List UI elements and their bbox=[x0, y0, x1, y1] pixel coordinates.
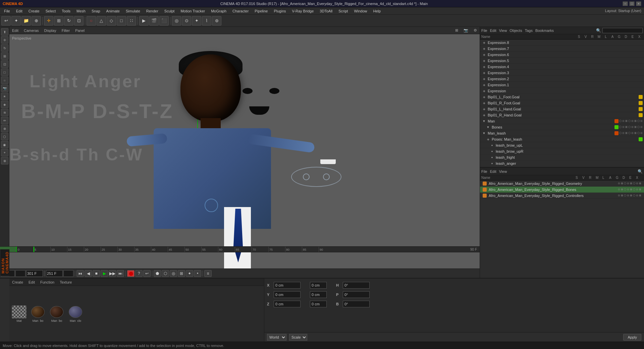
object-list-item[interactable]: ▼Bones⬡⊙⊞⬡⊙⊞⬡⊙ bbox=[480, 124, 644, 130]
object-list-item[interactable]: ◈Expression.2 bbox=[480, 76, 644, 82]
deform-btn[interactable]: ✦ bbox=[192, 16, 201, 26]
sidebar-select[interactable]: ⊕ bbox=[1, 125, 8, 132]
mat-view-menu[interactable]: View bbox=[499, 169, 507, 173]
record-settings-button[interactable]: ? bbox=[135, 270, 143, 277]
menu-item-animate[interactable]: Animate bbox=[104, 8, 122, 14]
material-thumb-1[interactable]: Man_bo bbox=[30, 305, 46, 322]
object-vis-icon[interactable]: ⬡ bbox=[637, 132, 640, 135]
object-list-item[interactable]: ◈Expression.6 bbox=[480, 52, 644, 58]
apply-button[interactable]: Apply bbox=[623, 334, 641, 341]
object-list-item[interactable]: ◈Expression.1 bbox=[480, 82, 644, 88]
sidebar-bones[interactable]: ⬡ bbox=[1, 133, 8, 140]
objects-bookmarks-menu[interactable]: Bookmarks bbox=[535, 29, 554, 33]
viewport-settings-icon[interactable]: ⚙ bbox=[472, 28, 478, 33]
object-list-item[interactable]: ◈Expression bbox=[480, 88, 644, 94]
object-vis-icon[interactable]: ⊙ bbox=[622, 119, 625, 122]
y-suffix-input[interactable] bbox=[310, 291, 327, 298]
viewport-cameras-menu[interactable]: Cameras bbox=[22, 28, 40, 33]
sidebar-paint[interactable]: ✏ bbox=[1, 117, 8, 124]
object-vis-icon[interactable]: ⊞ bbox=[625, 132, 628, 135]
material-thumb-3[interactable]: Man_clo bbox=[67, 305, 84, 322]
object-vis-icon[interactable]: ⬡ bbox=[628, 126, 631, 129]
sidebar-light[interactable]: ☀ bbox=[1, 93, 8, 100]
menu-item-mesh[interactable]: Mesh bbox=[74, 8, 88, 14]
total-frames-input[interactable] bbox=[46, 270, 63, 277]
param-keyframe-button[interactable]: ✦ bbox=[186, 270, 193, 277]
object-list-item[interactable]: ◈Expression.8 bbox=[480, 40, 644, 46]
motion-path-button[interactable]: ≡ bbox=[204, 270, 212, 277]
objects-edit-menu[interactable]: Edit bbox=[490, 29, 496, 33]
object-vis-icon[interactable]: ⊙ bbox=[631, 132, 634, 135]
mat-edit-menu2[interactable]: Edit bbox=[27, 280, 36, 285]
material-list-item[interactable]: Afro_American_Man_Everyday_Style_Rigged_… bbox=[480, 181, 644, 187]
menu-item-pipeline[interactable]: Pipeline bbox=[252, 8, 270, 14]
menu-item-select[interactable]: Select bbox=[43, 8, 59, 14]
loop-button[interactable]: ↩ bbox=[143, 270, 151, 277]
viewport-display-menu[interactable]: Display bbox=[43, 28, 58, 33]
object-vis-icon[interactable]: ⬡ bbox=[628, 119, 631, 122]
current-frame-sub-input[interactable] bbox=[15, 270, 25, 277]
generator-btn[interactable]: ⊚ bbox=[212, 16, 221, 26]
b-coord-input[interactable] bbox=[343, 301, 370, 307]
new-obj-button[interactable]: ✦ bbox=[11, 16, 21, 26]
scale-keyframe-button[interactable]: ⊞ bbox=[178, 270, 185, 277]
object-vis-icon[interactable]: ⊞ bbox=[625, 126, 628, 129]
menu-item-create[interactable]: Create bbox=[26, 8, 42, 14]
scale-mode-dropdown[interactable]: Scale Size bbox=[289, 334, 307, 341]
object-vis-icon[interactable]: ⊙ bbox=[640, 126, 643, 129]
object-list-item[interactable]: ◈Expression.4 bbox=[480, 64, 644, 70]
h-coord-input[interactable] bbox=[343, 282, 370, 289]
viewport-maximize[interactable]: ⊞ bbox=[454, 28, 460, 33]
mat-function-menu[interactable]: Function bbox=[39, 280, 56, 285]
p-coord-input[interactable] bbox=[343, 291, 370, 298]
objects-search-input[interactable] bbox=[602, 28, 643, 33]
sidebar-joints[interactable]: ◉ bbox=[1, 141, 8, 148]
mat-edit-menu[interactable]: Edit bbox=[490, 169, 496, 173]
poly-mode[interactable]: □ bbox=[117, 16, 126, 26]
sidebar-rotate[interactable]: ↻ bbox=[1, 44, 8, 52]
object-vis-icon[interactable]: ⊙ bbox=[640, 119, 643, 122]
close-button[interactable]: × bbox=[636, 1, 641, 6]
go-to-end-button[interactable]: ⏭ bbox=[117, 270, 124, 277]
object-list-item[interactable]: ◈Expression.5 bbox=[480, 58, 644, 64]
object-vis-icon[interactable]: ⬡ bbox=[637, 126, 640, 129]
edge-mode[interactable]: ◇ bbox=[107, 16, 116, 26]
menu-item-window[interactable]: Window bbox=[351, 8, 370, 14]
viewport-panel-menu[interactable]: Panel bbox=[74, 28, 86, 33]
timeline[interactable]: 051015202530354045505560657075808590 90 … bbox=[0, 246, 480, 252]
menu-item-edit[interactable]: Edit bbox=[13, 8, 25, 14]
viewport-filter-menu[interactable]: Filter bbox=[60, 28, 71, 33]
viewport-camera-icon[interactable]: 📷 bbox=[462, 28, 470, 33]
menu-item-tools[interactable]: Tools bbox=[59, 8, 73, 14]
sidebar-tag[interactable]: ◈ bbox=[1, 101, 8, 108]
object-list-item[interactable]: ●leash_brow_upL bbox=[480, 142, 644, 148]
object-list-item[interactable]: ◈Bip01_L_Foot.Goal bbox=[480, 94, 644, 100]
sidebar-ik[interactable]: ⌖ bbox=[1, 149, 8, 156]
menu-item-sculpt[interactable]: Sculpt bbox=[162, 8, 177, 14]
x-coord-input[interactable] bbox=[274, 282, 301, 289]
render-btn[interactable]: ⬛ bbox=[159, 16, 169, 26]
pos-keyframe-button[interactable]: ⬡ bbox=[162, 270, 169, 277]
object-list-item[interactable]: ●leash_brow_upR bbox=[480, 148, 644, 154]
menu-item-help[interactable]: Help bbox=[371, 8, 384, 14]
mat-create-menu[interactable]: Create bbox=[11, 280, 24, 285]
object-vis-icon[interactable]: ⬡ bbox=[619, 132, 622, 135]
play-forward2-button[interactable]: ▶▶ bbox=[109, 270, 116, 277]
menu-item-character[interactable]: Character bbox=[230, 8, 251, 14]
move-button[interactable]: ✛ bbox=[44, 16, 53, 26]
menu-item-script[interactable]: Script bbox=[336, 8, 351, 14]
object-vis-icon[interactable]: ⊙ bbox=[640, 132, 643, 135]
material-list-item[interactable]: Afro_American_Man_Everyday_Style_Rigged_… bbox=[480, 193, 644, 199]
object-vis-icon[interactable]: ⬡ bbox=[619, 126, 622, 129]
preview-range-input[interactable] bbox=[26, 270, 43, 277]
sidebar-move[interactable]: ✛ bbox=[1, 36, 8, 44]
x-suffix-input[interactable] bbox=[310, 282, 327, 289]
sidebar-pointer[interactable]: ⬆ bbox=[1, 28, 8, 36]
menu-item-simulate[interactable]: Simulate bbox=[123, 8, 143, 14]
rot-keyframe-button[interactable]: ◎ bbox=[170, 270, 177, 277]
sidebar-sphere[interactable]: ○ bbox=[1, 77, 8, 84]
object-list-item[interactable]: ◈Expression.7 bbox=[480, 46, 644, 52]
sidebar-scale[interactable]: ⊞ bbox=[1, 52, 8, 60]
point-mode[interactable]: △ bbox=[97, 16, 106, 26]
rotate-button[interactable]: ↻ bbox=[64, 16, 73, 26]
